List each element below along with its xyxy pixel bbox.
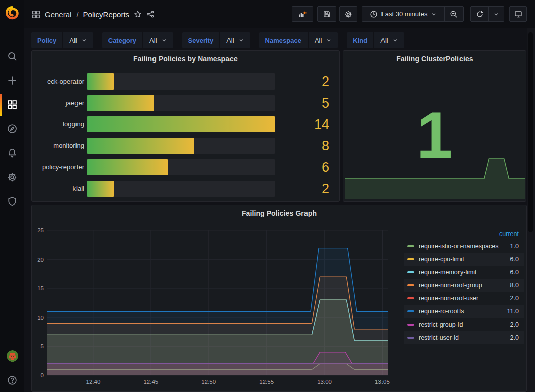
legend-series-current-value: 8.0: [502, 282, 519, 289]
sidebar-item-create[interactable]: [0, 75, 24, 86]
add-panel-button[interactable]: [292, 6, 313, 22]
variable-selected-policy: All: [69, 37, 77, 44]
legend-series-name[interactable]: require-istio-on-namespaces: [419, 243, 502, 250]
zoom-out-time-button[interactable]: [444, 7, 463, 21]
chevron-down-icon: [392, 37, 398, 43]
bargauge-row: policy-reporter6: [32, 159, 339, 175]
panel-title[interactable]: Failing Policies by Namespace: [32, 55, 339, 63]
variable-value-category[interactable]: All: [143, 32, 173, 48]
legend-series-swatch[interactable]: [407, 271, 414, 273]
time-picker-group: Last 30 minutes: [362, 6, 464, 22]
legend-series-swatch[interactable]: [407, 245, 414, 247]
four-squares-icon: [32, 10, 40, 19]
bargauge-row: eck-operator2: [32, 73, 339, 90]
chevron-down-icon: [238, 37, 244, 43]
variable-policy: PolicyAll: [31, 32, 93, 48]
sidebar-item-dashboards[interactable]: [0, 99, 24, 110]
star-dashboard-button[interactable]: [134, 10, 142, 18]
variable-category: CategoryAll: [102, 32, 173, 48]
legend-series-current-value: 1.0: [502, 243, 519, 250]
scrollbar[interactable]: [527, 28, 535, 392]
variable-label-policy[interactable]: Policy: [31, 32, 62, 48]
bargauge-bar: [87, 159, 168, 175]
legend-series-swatch[interactable]: [407, 337, 414, 339]
variable-value-namespace[interactable]: All: [309, 32, 338, 48]
bargauge-label: kiali: [36, 181, 84, 197]
user-avatar[interactable]: [0, 350, 24, 361]
legend-series-swatch[interactable]: [407, 324, 414, 326]
legend-row: require-non-root-user2.0: [404, 292, 524, 305]
panel-title[interactable]: Failing Policies Graph: [32, 209, 526, 217]
bargauge-bar: [87, 138, 194, 154]
bargauge-label: logging: [36, 116, 84, 132]
variable-value-policy[interactable]: All: [63, 32, 93, 48]
scrollbar-thumb[interactable]: [528, 32, 533, 232]
time-range-picker[interactable]: Last 30 minutes: [362, 7, 444, 21]
variable-label-category[interactable]: Category: [102, 32, 142, 48]
variable-value-severity[interactable]: All: [220, 32, 250, 48]
save-dashboard-button[interactable]: [317, 6, 336, 22]
cycle-view-mode-button[interactable]: [509, 6, 527, 22]
sidebar-item-help[interactable]: [0, 375, 24, 386]
variable-label-namespace[interactable]: Namespace: [259, 32, 308, 48]
refresh-button[interactable]: [471, 7, 488, 21]
legend-series-name[interactable]: require-non-root-user: [419, 295, 502, 302]
grafana-logo[interactable]: [5, 5, 20, 20]
sidebar-item-alerting[interactable]: [0, 147, 24, 159]
variable-selected-namespace: All: [315, 37, 322, 44]
legend-series-name[interactable]: require-cpu-limit: [419, 256, 502, 263]
y-axis-tick-label: 10: [37, 315, 44, 321]
sidebar-item-server-admin[interactable]: [0, 196, 24, 207]
legend-series-swatch[interactable]: [407, 297, 414, 299]
variable-kind: KindAll: [347, 32, 404, 48]
timeseries-plot[interactable]: 051015202512:4012:4512:5012:5513:0013:05: [36, 224, 399, 390]
x-axis-tick-label: 12:45: [143, 379, 158, 385]
gear-icon: [7, 172, 17, 182]
legend-series-name[interactable]: require-non-root-group: [419, 282, 502, 289]
variable-value-kind[interactable]: All: [374, 32, 404, 48]
variable-label-severity[interactable]: Severity: [182, 32, 220, 48]
bargauge-track: [87, 116, 275, 132]
panel-title[interactable]: Failing ClusterPolicies: [343, 55, 526, 63]
dashboard-settings-button[interactable]: [339, 6, 357, 22]
bargauge-bar: [87, 116, 275, 132]
legend-series-current-value: 2.0: [502, 295, 519, 302]
x-axis-tick-label: 12:40: [86, 379, 101, 385]
bargauge-track: [87, 181, 275, 197]
bargauge-row: jaeger5: [32, 95, 339, 111]
legend-series-name[interactable]: restrict-user-id: [419, 334, 502, 341]
legend-series-swatch[interactable]: [407, 284, 414, 286]
bargauge-label: monitoring: [36, 138, 84, 154]
bell-icon: [7, 148, 17, 158]
legend-series-current-value: 2.0: [502, 321, 519, 328]
zoom-out-icon: [450, 10, 458, 18]
share-dashboard-button[interactable]: [146, 10, 155, 18]
dashboard-header: General / PolicyReports: [24, 0, 535, 28]
sidebar-item-search[interactable]: [0, 51, 24, 62]
bargauge-bar: [87, 95, 154, 111]
sidebar-item-configuration[interactable]: [0, 172, 24, 183]
breadcrumb-folder[interactable]: General: [45, 10, 71, 19]
legend-series-swatch[interactable]: [407, 310, 414, 312]
legend-series-swatch[interactable]: [407, 258, 414, 260]
search-icon: [7, 51, 17, 61]
legend-series-name[interactable]: require-memory-limit: [419, 269, 502, 276]
bargauge-track: [87, 159, 275, 175]
monitor-icon: [514, 10, 522, 18]
variable-label-kind[interactable]: Kind: [347, 32, 373, 48]
refresh-interval-dropdown[interactable]: [488, 7, 504, 21]
breadcrumb-separator: /: [76, 10, 78, 19]
shield-icon: [7, 196, 17, 206]
legend-header-current[interactable]: current: [404, 228, 524, 240]
sidebar-item-explore[interactable]: [0, 123, 24, 134]
grafana-dashboard: General / PolicyReports: [0, 0, 535, 392]
legend-series-name[interactable]: restrict-group-id: [419, 321, 502, 328]
variable-severity: SeverityAll: [182, 32, 250, 48]
avatar-image: [7, 350, 18, 362]
legend-series-current-value: 11.0: [502, 308, 519, 315]
legend-series-name[interactable]: require-ro-rootfs: [419, 308, 502, 315]
plus-icon: [7, 75, 17, 86]
breadcrumb-dashboard-name[interactable]: PolicyReports: [83, 10, 130, 19]
legend-row: restrict-user-id2.0: [404, 331, 524, 344]
panel-failing-policies-graph: Failing Policies Graph 051015202512:4012…: [31, 205, 527, 392]
